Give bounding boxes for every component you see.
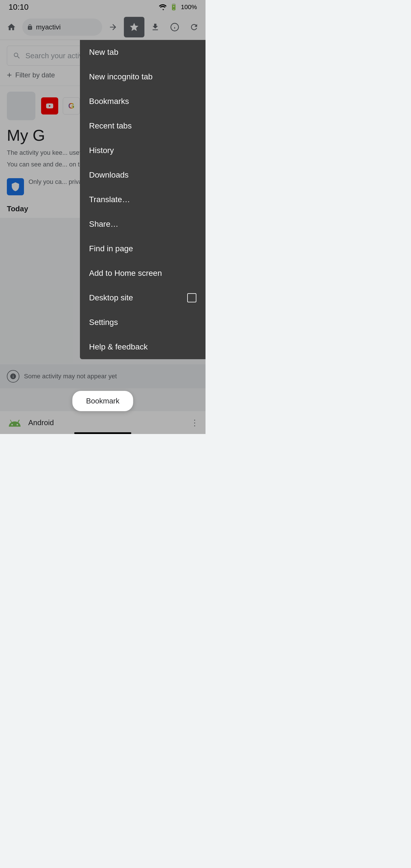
menu-item-new-tab[interactable]: New tab bbox=[80, 40, 205, 65]
recent-tabs-label: Recent tabs bbox=[89, 121, 132, 130]
desktop-site-label: Desktop site bbox=[89, 293, 133, 302]
menu-item-find-in-page[interactable]: Find in page bbox=[80, 237, 205, 261]
add-to-home-label: Add to Home screen bbox=[89, 269, 162, 278]
translate-label: Translate… bbox=[89, 195, 130, 204]
desktop-site-checkbox[interactable] bbox=[187, 293, 196, 302]
new-incognito-tab-label: New incognito tab bbox=[89, 72, 153, 82]
menu-item-new-incognito-tab[interactable]: New incognito tab bbox=[80, 65, 205, 89]
settings-label: Settings bbox=[89, 318, 118, 327]
menu-item-downloads[interactable]: Downloads bbox=[80, 163, 205, 187]
menu-item-help-feedback[interactable]: Help & feedback bbox=[80, 335, 205, 359]
menu-item-share[interactable]: Share… bbox=[80, 212, 205, 237]
menu-item-add-to-home[interactable]: Add to Home screen bbox=[80, 261, 205, 285]
downloads-label: Downloads bbox=[89, 170, 129, 180]
bookmark-toast-label: Bookmark bbox=[86, 397, 119, 405]
chrome-menu: New tab New incognito tab Bookmarks Rece… bbox=[80, 40, 205, 359]
menu-item-settings[interactable]: Settings bbox=[80, 310, 205, 335]
find-in-page-label: Find in page bbox=[89, 244, 133, 253]
history-label: History bbox=[89, 146, 114, 155]
menu-item-recent-tabs[interactable]: Recent tabs bbox=[80, 114, 205, 138]
share-label: Share… bbox=[89, 220, 119, 229]
new-tab-label: New tab bbox=[89, 48, 119, 57]
menu-item-history[interactable]: History bbox=[80, 138, 205, 163]
bookmark-toast[interactable]: Bookmark bbox=[72, 391, 133, 411]
home-bar bbox=[74, 432, 131, 434]
menu-item-bookmarks[interactable]: Bookmarks bbox=[80, 89, 205, 114]
menu-item-desktop-site[interactable]: Desktop site bbox=[80, 285, 205, 310]
help-feedback-label: Help & feedback bbox=[89, 342, 148, 351]
menu-item-translate[interactable]: Translate… bbox=[80, 187, 205, 212]
bookmarks-label: Bookmarks bbox=[89, 97, 129, 106]
